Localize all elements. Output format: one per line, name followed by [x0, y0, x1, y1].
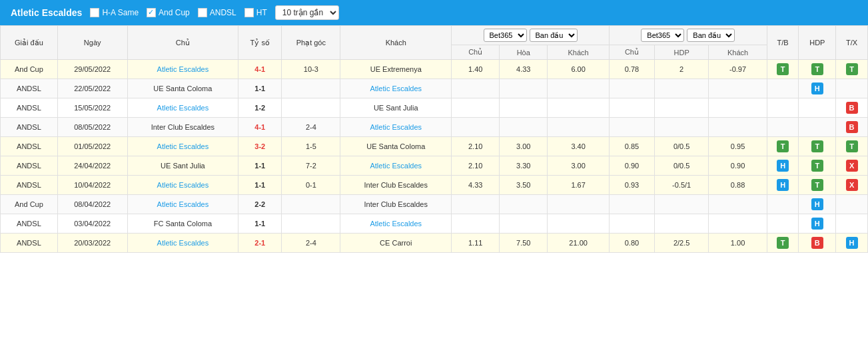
cell-date: 03/04/2022	[57, 214, 127, 234]
score: 3-2	[254, 142, 265, 150]
cell-o2-khach: 0.95	[709, 137, 767, 156]
score: 4-1	[254, 123, 265, 131]
home-team-link[interactable]: Atletic Escaldes	[157, 239, 209, 247]
cell-o1-khach	[548, 214, 610, 234]
cell-tx: B	[836, 118, 868, 137]
header-bar: Atletic Escaldes H-A Same And Cup ANDSL …	[0, 0, 868, 25]
cell-o2-khach: 0.90	[709, 156, 767, 176]
badge-h: H	[777, 160, 789, 172]
cell-league: ANDSL	[1, 176, 58, 195]
table-row: ANDSL 10/04/2022 Atletic Escaldes 1-1 0-…	[1, 176, 868, 195]
cell-o1-khach	[548, 195, 610, 214]
cell-corner: 2-4	[282, 234, 340, 253]
away-team-link[interactable]: Atletic Escaldes	[370, 220, 422, 228]
cell-home[interactable]: Atletic Escaldes	[127, 60, 238, 79]
odds2-provider-select[interactable]: Bet365	[641, 29, 684, 42]
cell-tb: T	[767, 234, 799, 253]
cell-corner	[282, 214, 340, 234]
home-team: UE Santa Coloma	[153, 84, 212, 92]
cell-league: ANDSL	[1, 234, 58, 253]
badge-h: H	[811, 218, 823, 230]
and-cup-checkbox[interactable]	[147, 8, 156, 17]
cell-hdp: H	[799, 195, 836, 214]
cell-o1-khach: 3.40	[548, 137, 610, 156]
cell-corner	[282, 79, 340, 98]
odds1-provider-select[interactable]: Bet365	[484, 29, 527, 42]
cell-score: 4-1	[238, 118, 282, 137]
cell-away[interactable]: Atletic Escaldes	[340, 118, 452, 137]
home-team-link[interactable]: Atletic Escaldes	[157, 181, 209, 189]
table-row: ANDSL 15/05/2022 Atletic Escaldes 1-2 UE…	[1, 98, 868, 118]
filter-andsl[interactable]: ANDSL	[198, 8, 236, 17]
cell-corner: 10-3	[282, 60, 340, 79]
home-team-link[interactable]: Atletic Escaldes	[157, 104, 209, 112]
col-ngay: Ngày	[57, 26, 127, 60]
odds1-type-select[interactable]: Ban đầu	[530, 29, 578, 42]
col-tx: T/X	[836, 26, 868, 60]
odds2-type-select[interactable]: Ban đầu	[687, 29, 735, 42]
cell-home[interactable]: Atletic Escaldes	[127, 195, 238, 214]
badge-x: X	[846, 179, 858, 191]
cell-home: Inter Club Escaldes	[127, 118, 238, 137]
cell-o1-chu: 2.10	[452, 156, 500, 176]
home-team-link[interactable]: Atletic Escaldes	[157, 65, 209, 73]
cell-score: 4-1	[238, 60, 282, 79]
ha-same-checkbox[interactable]	[90, 8, 99, 17]
cell-o2-hdp: 2	[654, 60, 708, 79]
cell-corner: 0-1	[282, 176, 340, 195]
home-team-link[interactable]: Atletic Escaldes	[157, 200, 209, 208]
cell-tb	[767, 79, 799, 98]
cell-o1-chu	[452, 214, 500, 234]
away-team-link[interactable]: Atletic Escaldes	[370, 162, 422, 170]
cell-away[interactable]: Atletic Escaldes	[340, 79, 452, 98]
filter-ha-same[interactable]: H-A Same	[90, 8, 139, 17]
cell-o2-hdp	[654, 98, 708, 118]
cell-o2-hdp: 0/0.5	[654, 156, 708, 176]
cell-o2-hdp: -0.5/1	[654, 176, 708, 195]
badge-h: H	[777, 179, 789, 191]
cell-o2-chu	[609, 118, 654, 137]
cell-home[interactable]: Atletic Escaldes	[127, 98, 238, 118]
cell-o1-chu	[452, 79, 500, 98]
away-team-link[interactable]: Atletic Escaldes	[370, 123, 422, 131]
filter-and-cup[interactable]: And Cup	[147, 8, 190, 17]
cell-o2-hdp: 2/2.5	[654, 234, 708, 253]
score: 1-1	[254, 181, 265, 189]
badge-h: H	[846, 237, 858, 249]
sub-col-chu1: Chủ	[452, 45, 500, 60]
cell-o1-chu: 4.33	[452, 176, 500, 195]
cell-date: 10/04/2022	[57, 176, 127, 195]
cell-o2-khach	[709, 79, 767, 98]
filter-ht[interactable]: HT	[244, 8, 267, 17]
cell-o2-chu	[609, 79, 654, 98]
cell-tb	[767, 214, 799, 234]
score: 4-1	[254, 65, 265, 73]
cell-home[interactable]: Atletic Escaldes	[127, 176, 238, 195]
cell-away[interactable]: Atletic Escaldes	[340, 156, 452, 176]
cell-home[interactable]: Atletic Escaldes	[127, 234, 238, 253]
away-team-link[interactable]: Atletic Escaldes	[370, 84, 422, 92]
home-team-link[interactable]: Atletic Escaldes	[157, 142, 209, 150]
cell-away[interactable]: Atletic Escaldes	[340, 214, 452, 234]
cell-league: And Cup	[1, 195, 58, 214]
cell-home: FC Santa Coloma	[127, 214, 238, 234]
badge-b: B	[846, 121, 858, 133]
cell-o1-khach	[548, 79, 610, 98]
cell-league: ANDSL	[1, 214, 58, 234]
col-khach: Khách	[340, 26, 452, 60]
badge-t: T	[777, 237, 789, 249]
away-team: UE Sant Julia	[374, 104, 418, 112]
cell-score: 1-1	[238, 176, 282, 195]
cell-score: 3-2	[238, 137, 282, 156]
cell-home[interactable]: Atletic Escaldes	[127, 137, 238, 156]
score: 2-2	[254, 200, 265, 208]
ht-label: HT	[256, 8, 267, 17]
badge-t: T	[846, 63, 858, 75]
cell-date: 01/05/2022	[57, 137, 127, 156]
badge-x: X	[846, 160, 858, 172]
cell-tb	[767, 118, 799, 137]
andsl-checkbox[interactable]	[198, 8, 207, 17]
recent-matches-select[interactable]: 10 trận gần	[275, 5, 339, 20]
ht-checkbox[interactable]	[244, 8, 254, 17]
col-giai-dau: Giải đấu	[1, 26, 58, 60]
